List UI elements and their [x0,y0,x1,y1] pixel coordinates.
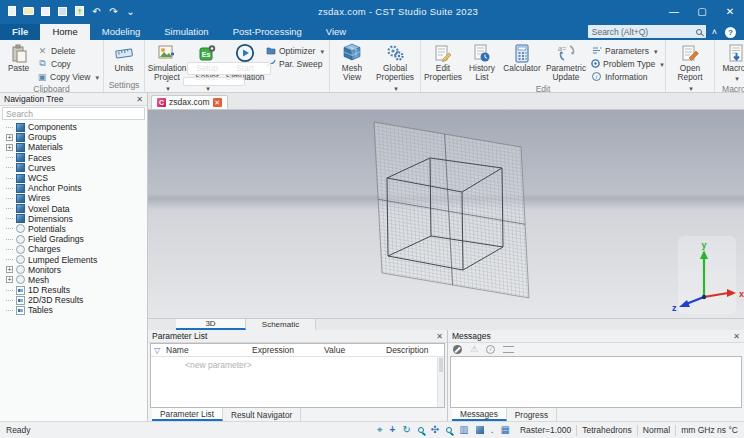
menu-tab-post-processing[interactable]: Post-Processing [221,24,314,40]
save-as-icon[interactable] [57,5,68,17]
parameter-table-scrollbar[interactable] [437,357,444,407]
status-view-mode[interactable]: Normal [643,425,670,435]
viewport-tab-schematic[interactable]: Schematic [246,319,316,330]
help-icon[interactable]: ? [725,27,736,38]
zoom-icon[interactable] [446,427,452,433]
expand-icon[interactable]: + [6,266,13,273]
messages-content[interactable] [450,356,742,408]
pick-point-icon[interactable]: ⌖ [377,425,383,435]
tree-item-potentials[interactable]: Potentials [0,224,147,234]
mesh-view-button[interactable]: Mesh View [332,42,372,83]
undo-icon[interactable]: ↶ [91,5,102,17]
tree-item-2d-3d-results[interactable]: 2D/3D Results [0,295,147,305]
column-value[interactable]: Value [321,345,383,355]
zoom-window-icon[interactable] [418,427,424,433]
info-filter-icon[interactable]: i [486,345,495,354]
global-properties-button[interactable]: Global Properties [372,42,418,93]
tree-item-mesh[interactable]: +Mesh [0,275,147,285]
tree-item-anchor-points[interactable]: Anchor Points [0,183,147,193]
expand-icon[interactable]: + [6,134,13,141]
viewport-tab-3d[interactable]: 3D [176,319,246,330]
column-description[interactable]: Description [383,345,444,355]
menu-tab-modeling[interactable]: Modeling [90,24,153,40]
bottom-tab-messages[interactable]: Messages [452,408,507,421]
problem-type-button[interactable]: Problem Type [591,57,661,70]
more-tools-icon[interactable]: . [491,425,494,435]
open-report-button[interactable]: Open Report [668,42,712,93]
tree-item-components[interactable]: Components [0,122,147,132]
warnings-filter-icon[interactable]: ⚠ [470,345,478,354]
simulation-project-button[interactable]: Simulation Project [147,42,187,93]
messages-close-icon[interactable]: ✕ [733,332,740,341]
tree-item-lumped-elements[interactable]: Lumped Elements [0,254,147,264]
macros-button[interactable]: Macros [717,42,744,83]
expand-icon[interactable]: + [6,144,13,151]
parameters-button[interactable]: Parameters [591,44,661,57]
collapse-ribbon-icon[interactable]: ˄ [712,27,717,37]
menu-tab-simulation[interactable]: Simulation [152,24,220,40]
maximize-button[interactable]: ▢ [688,0,716,22]
tree-item-dimensions[interactable]: Dimensions [0,214,147,224]
save-icon[interactable] [40,5,51,17]
tree-item-faces[interactable]: Faces [0,153,147,163]
export-icon[interactable]: ↑ [74,5,85,17]
tree-item-monitors[interactable]: +Monitors [0,265,147,275]
close-button[interactable]: ✕ [716,0,744,22]
open-file-icon[interactable] [23,5,34,17]
units-button[interactable]: Units [106,42,142,73]
expand-icon[interactable]: + [6,276,13,283]
search-icon[interactable] [696,29,702,35]
new-parameter-row[interactable]: <new parameter> [151,357,444,370]
tree-item-wires[interactable]: Wires [0,193,147,203]
menu-tab-file[interactable]: File [0,24,40,40]
bounding-box-icon[interactable] [476,426,484,434]
clipping-plane-icon[interactable]: ▥ [459,425,468,435]
delete-button[interactable]: ✕ Delete [37,44,99,57]
copy-button[interactable]: ⧉ Copy [37,57,99,70]
column-name[interactable]: Name [163,345,249,355]
optimizer-button[interactable]: Optimizer [265,44,325,57]
status-raster[interactable]: Raster=1.000 [520,425,571,435]
tree-item-field-gradings[interactable]: Field Gradings [0,234,147,244]
par-sweep-button[interactable]: Par. Sweep [265,57,325,70]
tree-item-groups[interactable]: +Groups [0,132,147,142]
copy-view-button[interactable]: ▣ Copy View [37,70,99,83]
3d-viewport[interactable]: y x z [148,110,744,318]
tree-item-curves[interactable]: Curves [0,163,147,173]
nav-tree-close-icon[interactable]: ✕ [136,95,143,104]
new-file-icon[interactable] [6,5,17,17]
calculator-button[interactable]: Calculator [501,42,543,73]
document-tab[interactable]: C zsdax.com ✕ [151,95,228,109]
raster-icon[interactable]: ▦ [500,425,509,435]
move-icon[interactable]: + [390,425,396,435]
menu-tab-view[interactable]: View [314,24,358,40]
parameter-list-close-icon[interactable]: ✕ [436,332,443,341]
global-search-input[interactable]: Search (Alt+Q) [588,25,706,38]
nav-tree-search-input[interactable]: Search [2,107,145,120]
menu-tab-home[interactable]: Home [40,24,89,40]
qat-customize-icon[interactable]: ⌄ [125,5,136,17]
status-units[interactable]: mm GHz ns °C [681,425,738,435]
information-button[interactable]: i Information [591,70,661,83]
filter-icon[interactable]: ▽ [151,346,163,355]
history-list-button[interactable]: History List [463,42,501,83]
errors-filter-icon[interactable] [453,345,462,354]
tree-item-charges[interactable]: Charges [0,244,147,254]
column-expression[interactable]: Expression [249,345,321,355]
bottom-tab-result-navigator[interactable]: Result Navigator [223,408,301,421]
bottom-tab-progress[interactable]: Progress [507,408,557,421]
parametric-update-button[interactable]: a= Parametric Update [543,42,589,83]
paste-button[interactable]: Paste [2,42,35,73]
tree-item-1d-results[interactable]: 1D Results [0,285,147,295]
redo-icon[interactable]: ↷ [108,5,119,17]
message-list-icon[interactable] [503,346,514,353]
tree-item-voxel-data[interactable]: Voxel Data [0,204,147,214]
document-tab-close-icon[interactable]: ✕ [213,98,222,107]
status-mesh-type[interactable]: Tetrahedrons [582,425,632,435]
minimize-button[interactable]: — [660,0,688,22]
edit-properties-button[interactable]: Edit Properties [423,42,463,83]
bottom-tab-parameter-list[interactable]: Parameter List [152,408,223,421]
rotate-view-icon[interactable]: ↻ [402,425,410,435]
tree-item-tables[interactable]: Tables [0,305,147,315]
tree-item-wcs[interactable]: WCS [0,173,147,183]
